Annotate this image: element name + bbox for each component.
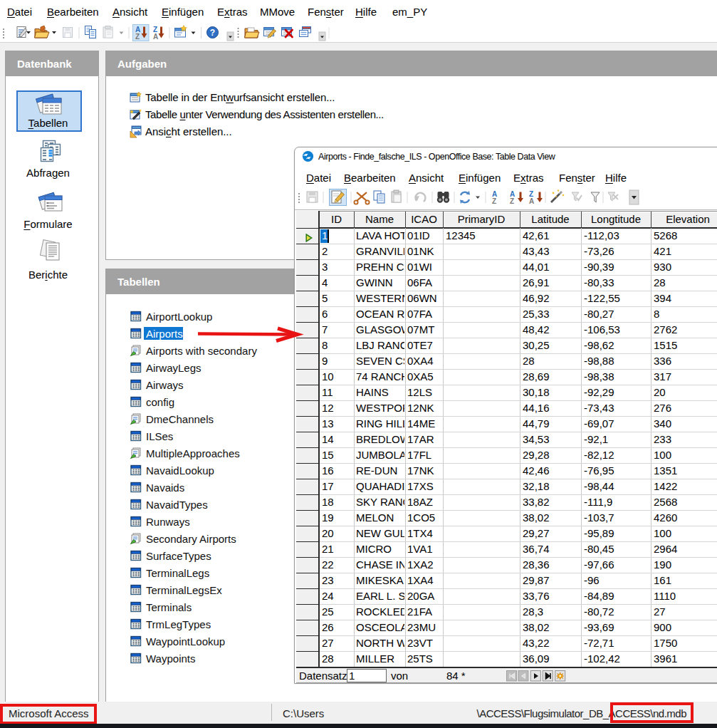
svg-text:Z: Z (135, 33, 140, 41)
svg-text:?: ? (210, 28, 215, 38)
svg-text:A: A (529, 197, 534, 205)
svg-text:Z: Z (492, 197, 496, 205)
svg-text:A: A (153, 33, 158, 41)
svg-text:Z: Z (510, 197, 514, 205)
